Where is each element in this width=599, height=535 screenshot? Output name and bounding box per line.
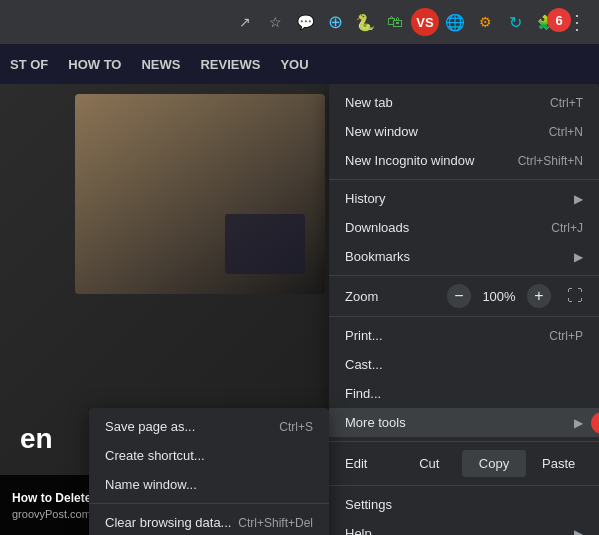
nav-bar: ST OF HOW TO NEWS REVIEWS YOU <box>0 44 599 84</box>
menu-item-print[interactable]: Print... Ctrl+P <box>329 321 599 350</box>
edit-row: Edit Cut Copy Paste <box>329 446 599 481</box>
menu-item-incognito-shortcut: Ctrl+Shift+N <box>518 154 583 168</box>
menu-item-downloads-shortcut: Ctrl+J <box>551 221 583 235</box>
submenu-divider-1 <box>89 503 329 504</box>
chrome-icon[interactable]: ⊕ <box>321 8 349 36</box>
globe-icon[interactable]: 🌐 <box>441 8 469 36</box>
menu-divider-5 <box>329 485 599 486</box>
paste-button[interactable]: Paste <box>526 450 591 477</box>
zoom-expand-icon[interactable]: ⛶ <box>567 287 583 305</box>
menu-item-downloads[interactable]: Downloads Ctrl+J <box>329 213 599 242</box>
profile-icon[interactable]: VS <box>411 8 439 36</box>
more-tools-submenu: Save page as... Ctrl+S Create shortcut..… <box>89 408 329 535</box>
menu-item-bookmarks[interactable]: Bookmarks ▶ <box>329 242 599 271</box>
submenu-create-shortcut-label: Create shortcut... <box>105 448 205 463</box>
menu-item-help-label: Help <box>345 526 372 535</box>
nav-item-you[interactable]: YOU <box>280 57 308 72</box>
menu-item-bookmarks-label: Bookmarks <box>345 249 410 264</box>
submenu-name-window-label: Name window... <box>105 477 197 492</box>
extension2-icon[interactable]: ↻ <box>501 8 529 36</box>
badge-6: 6 <box>547 8 571 32</box>
submenu-clear-browsing-label: Clear browsing data... <box>105 515 231 530</box>
menu-item-history-arrow: ▶ <box>574 192 583 206</box>
zoom-label: Zoom <box>345 289 447 304</box>
menu-item-help[interactable]: Help ▶ <box>329 519 599 535</box>
snake-icon[interactable]: 🐍 <box>351 8 379 36</box>
badge-7: 7 <box>591 412 599 434</box>
menu-item-new-tab-label: New tab <box>345 95 393 110</box>
zoom-row: Zoom − 100% + ⛶ <box>329 280 599 312</box>
menu-item-new-window[interactable]: New window Ctrl+N <box>329 117 599 146</box>
nav-item-how-to[interactable]: HOW TO <box>68 57 121 72</box>
menu-item-print-shortcut: Ctrl+P <box>549 329 583 343</box>
menu-divider-2 <box>329 275 599 276</box>
menu-item-find-label: Find... <box>345 386 381 401</box>
chrome-dropdown-menu: New tab Ctrl+T New window Ctrl+N New Inc… <box>329 84 599 535</box>
submenu-item-name-window[interactable]: Name window... <box>89 470 329 499</box>
extension1-icon[interactable]: ⚙ <box>471 8 499 36</box>
menu-item-incognito-label: New Incognito window <box>345 153 474 168</box>
cut-button[interactable]: Cut <box>397 450 462 477</box>
menu-item-help-arrow: ▶ <box>574 527 583 536</box>
shopping-icon[interactable]: 🛍 <box>381 8 409 36</box>
zoom-value: 100% <box>479 289 519 304</box>
menu-item-more-tools-arrow: ▶ <box>574 416 583 430</box>
menu-item-history-label: History <box>345 191 385 206</box>
menu-item-cast[interactable]: Cast... <box>329 350 599 379</box>
menu-item-settings[interactable]: Settings <box>329 490 599 519</box>
content-area: en How to Delete Undeletable Files in Wi… <box>0 84 599 535</box>
menu-divider-3 <box>329 316 599 317</box>
menu-item-history[interactable]: History ▶ <box>329 184 599 213</box>
copy-button[interactable]: Copy <box>462 450 527 477</box>
nav-item-reviews[interactable]: REVIEWS <box>200 57 260 72</box>
menu-item-find[interactable]: Find... <box>329 379 599 408</box>
chat-icon[interactable]: 💬 <box>291 8 319 36</box>
menu-item-more-tools-label: More tools <box>345 415 406 430</box>
star-icon[interactable]: ☆ <box>261 8 289 36</box>
submenu-item-save-page[interactable]: Save page as... Ctrl+S <box>89 412 329 441</box>
submenu-save-page-label: Save page as... <box>105 419 195 434</box>
submenu-clear-browsing-shortcut: Ctrl+Shift+Del <box>238 516 313 530</box>
submenu-item-create-shortcut[interactable]: Create shortcut... <box>89 441 329 470</box>
browser-bar: ↗ ☆ 💬 ⊕ 🐍 🛍 VS 🌐 ⚙ ↻ 🧩 6 ⋮ <box>0 0 599 44</box>
menu-item-downloads-label: Downloads <box>345 220 409 235</box>
zoom-controls: − 100% + ⛶ <box>447 284 583 308</box>
article-thumbnail <box>75 94 325 294</box>
menu-item-bookmarks-arrow: ▶ <box>574 250 583 264</box>
menu-item-cast-label: Cast... <box>345 357 383 372</box>
edit-label: Edit <box>337 450 397 477</box>
menu-divider-1 <box>329 179 599 180</box>
submenu-item-clear-browsing[interactable]: Clear browsing data... Ctrl+Shift+Del <box>89 508 329 535</box>
nav-item-best-of[interactable]: ST OF <box>10 57 48 72</box>
side-text: en <box>20 423 53 455</box>
zoom-plus-button[interactable]: + <box>527 284 551 308</box>
menu-item-incognito[interactable]: New Incognito window Ctrl+Shift+N <box>329 146 599 175</box>
zoom-minus-button[interactable]: − <box>447 284 471 308</box>
menu-item-new-window-label: New window <box>345 124 418 139</box>
menu-item-new-tab[interactable]: New tab Ctrl+T <box>329 88 599 117</box>
menu-item-print-label: Print... <box>345 328 383 343</box>
submenu-save-page-shortcut: Ctrl+S <box>279 420 313 434</box>
browser-toolbar: ↗ ☆ 💬 ⊕ 🐍 🛍 VS 🌐 ⚙ ↻ 🧩 <box>231 8 559 36</box>
menu-item-new-window-shortcut: Ctrl+N <box>549 125 583 139</box>
menu-divider-4 <box>329 441 599 442</box>
menu-item-new-tab-shortcut: Ctrl+T <box>550 96 583 110</box>
nav-item-news[interactable]: NEWS <box>141 57 180 72</box>
menu-item-more-tools[interactable]: More tools ▶ 7 Save page as... Ctrl+S Cr… <box>329 408 599 437</box>
share-icon[interactable]: ↗ <box>231 8 259 36</box>
menu-item-settings-label: Settings <box>345 497 392 512</box>
